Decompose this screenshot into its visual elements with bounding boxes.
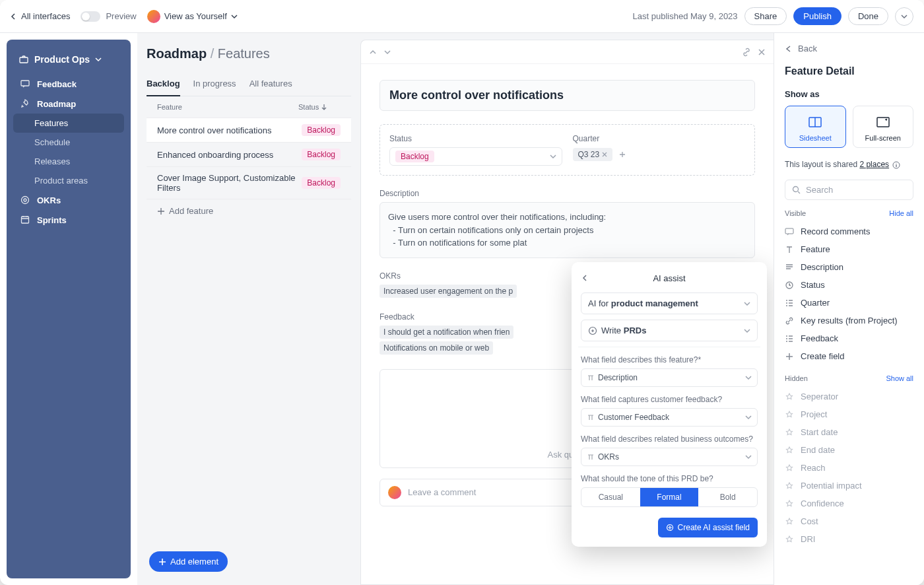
tone-bold[interactable]: Bold <box>698 488 757 506</box>
briefcase-icon <box>18 54 29 65</box>
workspace-switcher[interactable]: Product Ops <box>13 50 124 69</box>
chevron-down-icon <box>745 374 752 381</box>
target-icon <box>20 195 30 205</box>
chevron-down-icon[interactable] <box>383 48 391 56</box>
status-badge: Backlog <box>302 149 341 160</box>
sidebar-item-schedule[interactable]: Schedule <box>13 133 124 152</box>
status-select[interactable]: Backlog <box>389 147 562 166</box>
sidebar-item-roadmap[interactable]: Roadmap <box>13 94 124 114</box>
done-button[interactable]: Done <box>848 7 888 25</box>
ai-submit-button[interactable]: Create AI assist field <box>658 518 758 537</box>
shared-note: This layout is shared 2 places <box>785 160 913 169</box>
table-header: Feature Status <box>147 96 351 118</box>
sidebar: Product Ops FeedbackRoadmapFeaturesSched… <box>7 40 131 578</box>
list-icon <box>785 334 794 343</box>
add-quarter-button[interactable] <box>615 147 630 162</box>
field-record-comments[interactable]: Record comments <box>785 223 913 240</box>
linked-record[interactable]: Notifications on mobile or web <box>380 341 493 355</box>
ai-title: AI assist <box>581 273 758 283</box>
field-end-date[interactable]: End date <box>785 441 913 459</box>
field-quarter[interactable]: Quarter <box>785 294 913 312</box>
breadcrumb: Roadmap / Features <box>147 46 351 61</box>
ai-action-select[interactable]: Write PRDs <box>581 320 758 341</box>
column-status[interactable]: Status <box>298 103 341 111</box>
tone-casual[interactable]: Casual <box>581 488 640 506</box>
chevron-down-icon <box>550 153 556 160</box>
share-button[interactable]: Share <box>744 7 787 25</box>
sidebar-item-feedback[interactable]: Feedback <box>13 74 124 94</box>
list-icon <box>785 298 794 308</box>
field-confidence[interactable]: Confidence <box>785 495 913 512</box>
chevron-down-icon <box>744 327 750 334</box>
ai-domain-select[interactable]: AI for product management <box>581 292 758 314</box>
field-reach[interactable]: Reach <box>785 459 913 477</box>
comment-icon <box>785 227 794 236</box>
add-feature-button[interactable]: Add feature <box>147 199 351 223</box>
field-potential-impact[interactable]: Potential impact <box>785 477 913 495</box>
back-all-interfaces[interactable]: All interfaces <box>11 11 70 21</box>
status-badge: Backlog <box>302 124 341 136</box>
ai-q1-field[interactable]: Description <box>581 368 758 387</box>
sidebar-item-sprints[interactable]: Sprints <box>13 210 124 230</box>
linked-record[interactable]: I should get a notification when frien <box>380 326 513 339</box>
table-row[interactable]: More control over notificationsBacklog <box>147 118 351 143</box>
ai-q2-field[interactable]: Customer Feedback <box>581 408 758 427</box>
sort-down-icon <box>321 104 327 110</box>
sidebar-item-releases[interactable]: Releases <box>13 152 124 171</box>
column-feature[interactable]: Feature <box>157 103 298 111</box>
field-feature[interactable]: Feature <box>785 240 913 258</box>
tab-backlog[interactable]: Backlog <box>147 73 180 96</box>
ai-q3-field[interactable]: OKRs <box>581 448 758 466</box>
sidebar-item-features[interactable]: Features <box>13 114 124 133</box>
preview-toggle[interactable] <box>81 11 100 22</box>
feature-title-input[interactable] <box>380 80 755 111</box>
description-field[interactable]: Give users more control over their notif… <box>380 202 755 258</box>
field-dri[interactable]: DRI <box>785 530 913 548</box>
field-status[interactable]: Status <box>785 276 913 294</box>
show-as-label: Show as <box>785 89 913 99</box>
arrow-left-icon <box>785 45 793 53</box>
list-pane: Roadmap / Features BacklogIn progressAll… <box>137 33 360 585</box>
field-description[interactable]: Description <box>785 258 913 276</box>
more-menu[interactable] <box>895 7 913 26</box>
config-back[interactable]: Back <box>785 44 913 53</box>
topbar: All interfaces Preview View as Yourself … <box>0 0 924 33</box>
sidebar-item-product-areas[interactable]: Product areas <box>13 171 124 190</box>
field-feedback[interactable]: Feedback <box>785 329 913 347</box>
rocket-icon <box>20 98 30 109</box>
close-icon[interactable] <box>758 48 766 56</box>
sidebar-item-okrs[interactable]: OKRs <box>13 190 124 210</box>
tone-formal[interactable]: Formal <box>640 488 699 506</box>
shared-link[interactable]: 2 places <box>859 160 889 169</box>
field-create-field[interactable]: Create field <box>785 347 913 365</box>
table-row[interactable]: Enhanced onboarding processBacklog <box>147 143 351 167</box>
ai-back-button[interactable] <box>581 274 589 282</box>
field-key-results-from-project-[interactable]: Key results (from Project) <box>785 312 913 329</box>
add-element-button[interactable]: Add element <box>149 551 228 572</box>
view-as-menu[interactable]: View as Yourself <box>147 10 238 23</box>
quarter-chip[interactable]: Q3 23 <box>573 148 613 161</box>
publish-button[interactable]: Publish <box>793 7 842 25</box>
table-row[interactable]: Cover Image Support, Customizable Filter… <box>147 167 351 199</box>
show-as-sidesheet[interactable]: Sidesheet <box>785 106 846 148</box>
link-icon[interactable] <box>742 48 751 57</box>
ai-q2-label: What field captures customer feedback? <box>581 395 758 404</box>
quarter-label: Quarter <box>573 134 746 143</box>
row-feature-name: Enhanced onboarding process <box>157 150 302 160</box>
field-project[interactable]: Project <box>785 405 913 423</box>
preview-label: Preview <box>106 11 136 21</box>
svg-point-3 <box>24 199 26 201</box>
close-icon[interactable] <box>602 152 607 157</box>
tab-in-progress[interactable]: In progress <box>193 73 236 96</box>
linked-record[interactable]: Increased user engagement on the p <box>380 285 517 298</box>
show-all-button[interactable]: Show all <box>886 374 913 382</box>
field-cost[interactable]: Cost <box>785 512 913 530</box>
field-seperator[interactable]: Seperator <box>785 388 913 405</box>
chevron-down-icon <box>231 13 238 20</box>
tab-all-features[interactable]: All features <box>249 73 292 96</box>
chevron-up-icon[interactable] <box>369 48 377 56</box>
show-as-full-screen[interactable]: Full-screen <box>853 106 914 148</box>
field-search[interactable]: Search <box>785 180 913 200</box>
field-start-date[interactable]: Start date <box>785 423 913 441</box>
hide-all-button[interactable]: Hide all <box>889 209 913 217</box>
